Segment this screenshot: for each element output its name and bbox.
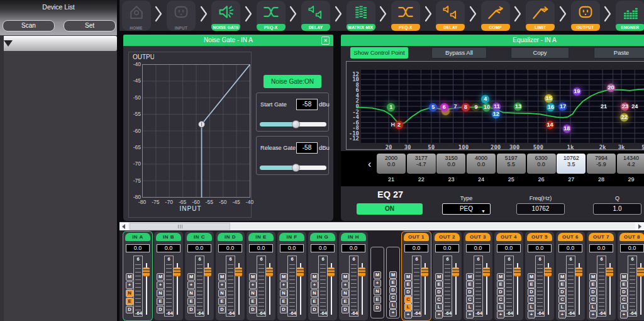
eq-band-cell-29[interactable]: 143404.2 — [617, 154, 644, 174]
channel-button-m[interactable]: M — [497, 273, 504, 281]
toolbar-item-noise-gate[interactable]: NOISE GATE — [211, 1, 240, 31]
master-button-c[interactable]: C — [389, 294, 397, 301]
channel-button-e[interactable]: E — [126, 298, 133, 305]
fader-handle[interactable] — [452, 268, 459, 276]
channel-button-e[interactable]: E — [249, 298, 257, 305]
channel-button-plus[interactable]: + — [157, 281, 164, 289]
fader-handle[interactable] — [421, 268, 428, 276]
channel-button-m[interactable]: M — [280, 273, 287, 281]
master-button-plus[interactable]: + — [389, 309, 397, 317]
eq-band-cell-24[interactable]: 40000.0 — [467, 154, 496, 174]
channel-button-d[interactable]: D — [466, 288, 474, 296]
fader-handle[interactable] — [358, 268, 365, 276]
channel-button-l[interactable]: L — [435, 303, 443, 311]
channel-button-d[interactable]: D — [558, 288, 566, 296]
channel-button-d[interactable]: D — [311, 306, 318, 313]
channel-button-l[interactable]: L — [528, 303, 535, 311]
channel-button-d[interactable]: D — [280, 306, 287, 313]
channel-button-plus[interactable]: + — [466, 311, 474, 318]
channel-button-e[interactable]: E — [311, 298, 318, 305]
channel-button-d[interactable]: D — [218, 306, 226, 313]
channel-button-e[interactable]: E — [620, 281, 628, 288]
channel-button-m[interactable]: M — [341, 273, 349, 281]
eq-control-point-7[interactable]: 7 — [451, 102, 460, 111]
channel-button-m[interactable]: M — [466, 273, 474, 281]
eq-control-point-19[interactable]: 19 — [572, 87, 582, 96]
channel-button-m[interactable]: M — [126, 273, 133, 281]
channel-button-d[interactable]: D — [126, 306, 133, 313]
channel-gain-value[interactable]: 0.0 — [157, 244, 180, 252]
channel-button-e[interactable]: E — [157, 298, 164, 305]
fader-handle[interactable] — [266, 268, 273, 276]
channel-button-n[interactable]: N — [280, 290, 287, 297]
fader-handle[interactable] — [143, 268, 150, 276]
channel-button-plus[interactable]: + — [589, 311, 597, 318]
slider-handle[interactable] — [292, 164, 300, 172]
channel-gain-value[interactable]: 0.0 — [187, 244, 211, 252]
channel-button-m[interactable]: M — [187, 273, 195, 281]
eq-button-paste[interactable]: Paste — [594, 47, 644, 59]
fader-handle[interactable] — [575, 268, 582, 276]
channel-button-c[interactable]: C — [558, 296, 566, 303]
toolbar-item-matrix-mix[interactable]: MATRIX MIX — [347, 1, 375, 31]
noise-gate-threshold-handle[interactable] — [199, 121, 205, 127]
channel-gain-value[interactable]: 0.0 — [589, 244, 613, 252]
channel-button-l[interactable]: L — [497, 303, 504, 311]
channel-button-n[interactable]: N — [249, 290, 257, 297]
master-button-d[interactable]: D — [374, 304, 381, 312]
channel-button-l[interactable]: L — [558, 303, 566, 311]
channel-button-m[interactable]: M — [589, 273, 597, 281]
master-button-e[interactable]: E — [374, 296, 381, 303]
channel-gain-value[interactable]: 0.0 — [528, 244, 552, 252]
channel-button-e[interactable]: E — [589, 281, 597, 288]
channel-button-e[interactable]: E — [404, 281, 412, 288]
eq-band-cell-22[interactable]: 3177-4.7 — [407, 154, 436, 174]
channel-button-plus[interactable]: + — [404, 311, 412, 318]
eq-control-point-2[interactable]: 2H — [394, 120, 404, 130]
fader-handle[interactable] — [637, 268, 644, 276]
channel-button-n[interactable]: N — [311, 290, 318, 297]
channel-gain-value[interactable]: 0.0 — [341, 244, 365, 252]
master-button-plus[interactable]: + — [374, 279, 381, 287]
release-gate-value[interactable]: -58 — [296, 142, 318, 154]
channel-button-d[interactable]: D — [187, 306, 195, 313]
eq-button-show-control-point[interactable]: Show Control Point — [350, 47, 408, 59]
eq-band-cell-21[interactable]: 20000.0 — [377, 154, 406, 174]
device-tree-expander[interactable] — [0, 36, 117, 51]
channel-button-m[interactable]: M — [311, 273, 318, 281]
channel-button-plus[interactable]: + — [218, 281, 226, 289]
master-button-n[interactable]: N — [374, 288, 381, 295]
close-icon[interactable]: ✕ — [321, 37, 330, 45]
release-gate-slider[interactable] — [260, 164, 326, 172]
channel-button-c[interactable]: C — [589, 296, 597, 303]
toolbar-item-engner[interactable]: ENGNER — [616, 1, 644, 31]
toolbar-item-input[interactable]: INPUT — [167, 1, 196, 31]
channel-button-plus[interactable]: + — [341, 281, 349, 289]
channel-button-e[interactable]: E — [528, 281, 535, 288]
channel-button-m[interactable]: M — [558, 273, 566, 281]
channel-button-plus[interactable]: + — [435, 311, 443, 318]
eq-control-point-6[interactable]: 6 — [440, 103, 449, 112]
channel-button-c[interactable]: C — [497, 296, 504, 303]
channel-gain-value[interactable]: 0.0 — [404, 244, 428, 252]
channel-gain-value[interactable]: 0.0 — [311, 244, 335, 252]
channel-button-m[interactable]: M — [528, 273, 535, 281]
master-button-m[interactable]: M — [389, 271, 397, 279]
fader-handle[interactable] — [297, 268, 304, 276]
channel-button-d[interactable]: D — [528, 288, 535, 296]
scrollbar-left-button[interactable] — [119, 222, 128, 230]
channel-button-e[interactable]: E — [435, 281, 443, 288]
chevron-left-icon[interactable]: ‹ — [368, 159, 377, 172]
eq-control-point-1[interactable]: 1 — [386, 103, 396, 112]
fader-handle[interactable] — [174, 268, 180, 276]
start-gate-slider[interactable] — [260, 120, 326, 128]
eq-band-cell-28[interactable]: 7994-5.9 — [587, 154, 616, 174]
channel-button-d[interactable]: D — [404, 288, 412, 296]
channel-button-m[interactable]: M — [435, 273, 443, 281]
channel-button-e[interactable]: E — [187, 298, 195, 305]
channel-button-d[interactable]: D — [435, 288, 443, 296]
master-button-l[interactable]: L — [389, 301, 397, 309]
channel-button-e[interactable]: E — [466, 281, 474, 288]
channel-button-d[interactable]: D — [497, 288, 504, 296]
channel-button-m[interactable]: M — [620, 273, 628, 281]
